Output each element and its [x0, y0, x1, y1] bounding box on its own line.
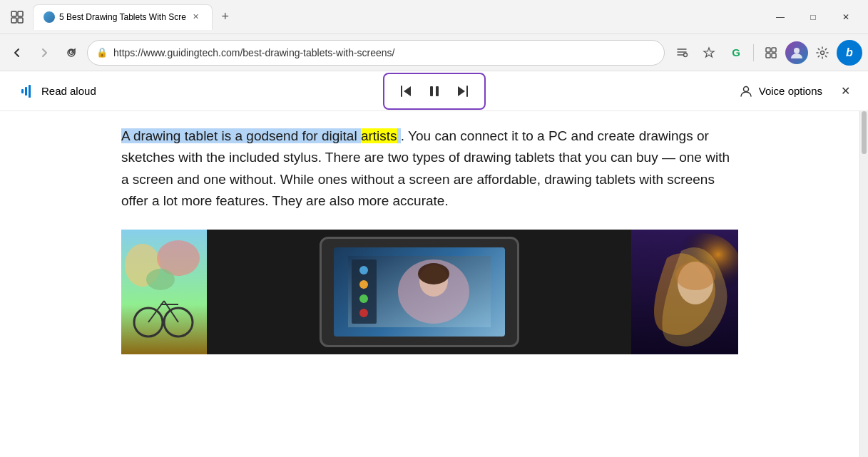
grammarly-button[interactable]: G: [723, 40, 749, 66]
window-controls: — □ ✕: [764, 6, 862, 29]
svg-rect-1: [18, 11, 23, 16]
close-read-aloud-button[interactable]: ✕: [834, 80, 857, 103]
svg-point-16: [743, 86, 748, 91]
tablet-screen-svg: [348, 256, 491, 327]
minimize-button[interactable]: —: [764, 6, 797, 29]
tab-manager-icon[interactable]: [6, 6, 29, 29]
separator: [753, 44, 754, 61]
svg-point-38: [675, 262, 715, 290]
active-tab[interactable]: 5 Best Drawing Tablets With Scre ✕: [33, 4, 213, 30]
svg-rect-3: [18, 18, 23, 23]
svg-rect-13: [29, 85, 31, 98]
svg-point-34: [418, 263, 449, 284]
read-aloud-bar: Read aloud Voice options: [0, 71, 868, 111]
text-before-highlight: A drawing tablet is a godsend for digita…: [121, 128, 361, 143]
voice-options-label: Voice options: [759, 85, 822, 97]
collections-button[interactable]: [758, 40, 784, 66]
read-view-button[interactable]: [669, 40, 695, 66]
forward-button[interactable]: [33, 41, 56, 64]
svg-rect-2: [11, 18, 16, 23]
refresh-button[interactable]: [60, 41, 83, 64]
svg-rect-0: [11, 11, 16, 16]
svg-rect-11: [21, 89, 24, 93]
voice-options-button[interactable]: Voice options: [730, 78, 831, 104]
svg-point-10: [821, 51, 824, 54]
highlighted-word: artists: [361, 128, 397, 143]
addressbar: 🔒 https://www.guidingtech.com/best-drawi…: [0, 34, 868, 71]
image-right: [631, 230, 738, 354]
previous-button[interactable]: [393, 78, 419, 104]
svg-rect-5: [766, 48, 770, 52]
address-box[interactable]: 🔒 https://www.guidingtech.com/best-drawi…: [87, 40, 665, 66]
playback-controls: [383, 73, 486, 110]
tablet-mockup: [320, 237, 519, 347]
new-tab-button[interactable]: +: [215, 7, 235, 27]
svg-point-30: [359, 294, 368, 303]
highlighted-sentence: A drawing tablet is a godsend for digita…: [121, 128, 401, 143]
titlebar: 5 Best Drawing Tablets With Scre ✕ + — □…: [0, 0, 868, 34]
favorites-button[interactable]: [696, 40, 722, 66]
bing-button[interactable]: b: [837, 40, 862, 66]
image-left: [121, 230, 207, 354]
tab-favicon: [44, 11, 55, 23]
article-images: [121, 230, 738, 354]
titlebar-left: [6, 6, 29, 29]
scrollbar[interactable]: [859, 111, 868, 457]
page-content: A drawing tablet is a godsend for digita…: [0, 111, 859, 457]
scrollbar-thumb[interactable]: [862, 111, 867, 154]
next-button[interactable]: [450, 78, 476, 104]
close-window-button[interactable]: ✕: [829, 6, 862, 29]
svg-point-31: [359, 309, 368, 317]
tab-label: 5 Best Drawing Tablets With Scre: [59, 12, 186, 22]
svg-rect-15: [436, 86, 439, 96]
image-center: [207, 230, 631, 354]
toolbar-icons: G b: [669, 40, 862, 66]
lock-icon: 🔒: [96, 47, 108, 58]
image-right-svg: [631, 230, 738, 354]
image-left-svg: [121, 230, 207, 354]
url-text: https://www.guidingtech.com/best-drawing…: [113, 47, 655, 58]
maximize-button[interactable]: □: [797, 6, 829, 29]
pause-button[interactable]: [422, 78, 447, 104]
svg-rect-6: [772, 48, 776, 52]
content-area: A drawing tablet is a godsend for digita…: [0, 111, 868, 457]
svg-point-9: [794, 48, 800, 53]
settings-button[interactable]: [810, 40, 835, 66]
svg-point-4: [684, 53, 688, 56]
voice-options-icon: [739, 84, 753, 98]
tab-close-button[interactable]: ✕: [190, 11, 202, 23]
svg-rect-8: [772, 53, 776, 58]
svg-rect-7: [766, 53, 770, 58]
tablet-screen: [334, 247, 505, 337]
svg-point-29: [359, 280, 368, 289]
read-aloud-button[interactable]: Read aloud: [11, 78, 105, 105]
read-aloud-icon: [20, 83, 36, 99]
svg-point-25: [146, 269, 175, 290]
read-aloud-label: Read aloud: [41, 85, 96, 97]
profile-avatar[interactable]: [785, 41, 808, 64]
article-paragraph: A drawing tablet is a godsend for digita…: [121, 125, 738, 212]
svg-rect-12: [25, 87, 27, 96]
svg-rect-14: [430, 86, 433, 96]
svg-point-28: [359, 266, 368, 274]
tab-area: 5 Best Drawing Tablets With Scre ✕ +: [33, 4, 760, 30]
back-button[interactable]: [6, 41, 29, 64]
